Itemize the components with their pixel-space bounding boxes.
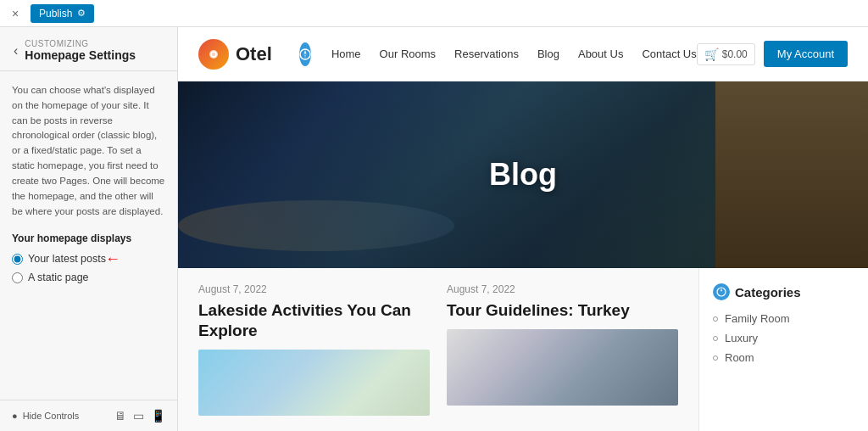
admin-bar: × Publish ⚙	[0, 0, 868, 27]
static-page-radio[interactable]	[12, 272, 23, 283]
svg-marker-6	[721, 288, 722, 292]
building-right	[715, 81, 868, 268]
category-label: Luxury	[725, 332, 758, 344]
radio-static-page: A static page	[12, 271, 165, 283]
sidebar-header: ‹ Customizing Homepage Settings	[0, 27, 177, 71]
main-layout: ‹ Customizing Homepage Settings You can …	[0, 27, 868, 431]
publish-button[interactable]: Publish ⚙	[31, 4, 94, 23]
below-hero: August 7, 2022 Lakeside Activities You C…	[178, 268, 868, 431]
desktop-icon[interactable]: 🖥	[114, 409, 126, 423]
nav-blog[interactable]: Blog	[537, 48, 559, 60]
hide-controls-button[interactable]: ● Hide Controls	[12, 411, 79, 421]
site-name: Otel	[236, 43, 272, 65]
latest-posts-radio[interactable]	[12, 254, 23, 265]
compass-icon	[299, 42, 311, 66]
category-bullet	[713, 336, 718, 341]
sidebar-header-text: Customizing Homepage Settings	[25, 39, 136, 62]
arrow-indicator: ←	[105, 250, 120, 268]
nav-our-rooms[interactable]: Our Rooms	[380, 48, 436, 60]
post-2-title[interactable]: Tour Guidelines: Turkey	[447, 300, 678, 321]
category-item-luxury[interactable]: Luxury	[713, 332, 854, 344]
sidebar-body: You can choose what's displayed on the h…	[0, 71, 177, 400]
latest-posts-label: Your latest posts	[28, 253, 106, 265]
water-reflection	[178, 200, 454, 251]
gear-icon: ⚙	[77, 8, 86, 19]
nav-right: 🛒 $0.00 My Account	[697, 41, 848, 67]
mobile-icon[interactable]: 📱	[151, 409, 165, 423]
hide-controls-label: Hide Controls	[23, 411, 80, 421]
nav-home[interactable]: Home	[331, 48, 361, 60]
category-bullet	[713, 316, 718, 322]
close-button[interactable]: ×	[7, 5, 24, 22]
categories-header: Categories	[713, 283, 854, 300]
category-item-room[interactable]: Room	[713, 351, 854, 364]
eye-icon: ●	[12, 411, 18, 421]
static-page-label: A static page	[28, 271, 89, 283]
publish-label: Publish	[39, 8, 72, 20]
hero-title: Blog	[489, 157, 557, 193]
posts-area: August 7, 2022 Lakeside Activities You C…	[178, 268, 698, 431]
category-label: Room	[725, 351, 754, 364]
category-item-family-room[interactable]: Family Room	[713, 312, 854, 325]
post-1-title[interactable]: Lakeside Activities You Can Explore	[198, 300, 430, 341]
categories-title: Categories	[735, 285, 801, 299]
radio-group: Your latest posts ← A static page	[12, 253, 165, 283]
back-button[interactable]: ‹	[14, 43, 18, 59]
homepage-displays-label: Your homepage displays	[12, 232, 165, 244]
my-account-button[interactable]: My Account	[764, 41, 848, 67]
post-1-date: August 7, 2022	[198, 283, 430, 295]
sidebar-footer: ● Hide Controls 🖥 ▭ 📱	[0, 400, 177, 431]
device-icons: 🖥 ▭ 📱	[114, 409, 165, 423]
cart-icon: 🛒	[704, 48, 719, 61]
post-2-image[interactable]	[447, 329, 678, 406]
nav-contact-us[interactable]: Contact Us	[642, 48, 696, 60]
site-nav: Otel Home Our Rooms Reservations Blog Ab…	[178, 27, 868, 81]
sidebar-description: You can choose what's displayed on the h…	[12, 83, 165, 219]
cart-price: $0.00	[722, 48, 748, 60]
post-card-2: August 7, 2022 Tour Guidelines: Turkey	[447, 283, 678, 416]
svg-marker-4	[303, 54, 306, 59]
post-1-image[interactable]	[198, 350, 430, 417]
content-area: Otel Home Our Rooms Reservations Blog Ab…	[178, 27, 868, 431]
cart-button[interactable]: 🛒 $0.00	[697, 43, 755, 65]
post-2-image-bg	[447, 329, 678, 406]
sidebar-title: Homepage Settings	[25, 48, 136, 62]
nav-reservations[interactable]: Reservations	[454, 48, 519, 60]
logo-icon	[198, 39, 229, 70]
site-logo: Otel	[198, 39, 272, 70]
nav-about-us[interactable]: About Us	[578, 48, 623, 60]
hero-section: Blog	[178, 81, 868, 268]
red-arrow-icon: ←	[105, 250, 120, 268]
post-card-1: August 7, 2022 Lakeside Activities You C…	[198, 283, 430, 416]
category-bullet	[713, 355, 718, 361]
categories-icon	[713, 283, 730, 300]
right-sidebar: Categories Family Room Luxury Room	[698, 268, 868, 431]
category-list: Family Room Luxury Room	[713, 312, 854, 364]
customizing-label: Customizing	[25, 39, 136, 48]
sidebar-panel: ‹ Customizing Homepage Settings You can …	[0, 27, 178, 431]
radio-latest-posts: Your latest posts ←	[12, 253, 165, 265]
post-2-date: August 7, 2022	[447, 283, 678, 295]
close-icon: ×	[12, 7, 19, 20]
tablet-icon[interactable]: ▭	[133, 409, 144, 423]
svg-marker-3	[303, 50, 306, 54]
post-1-image-bg	[198, 350, 430, 417]
category-label: Family Room	[725, 312, 790, 325]
nav-links: Home Our Rooms Reservations Blog About U…	[331, 48, 697, 60]
